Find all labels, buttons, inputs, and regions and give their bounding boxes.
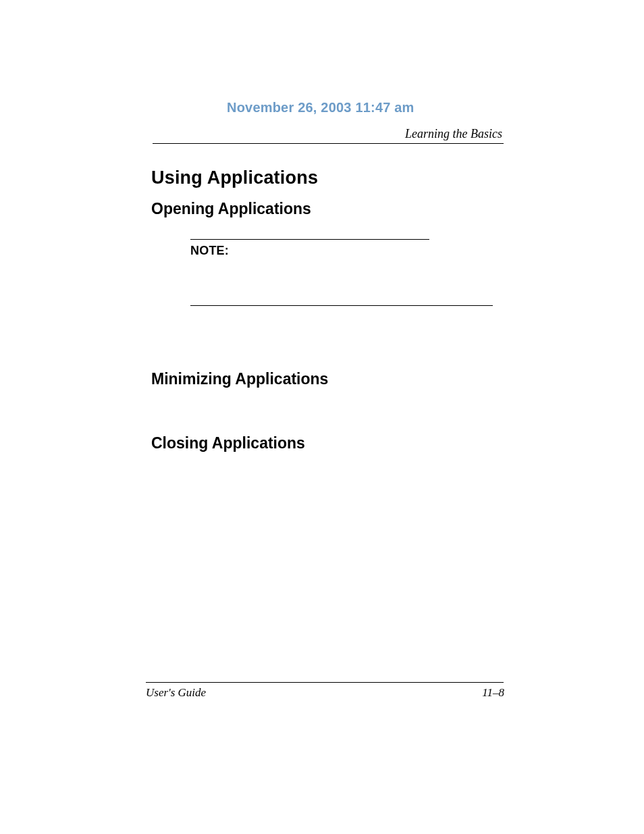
- subsection-heading-opening-applications: Opening Applications: [151, 200, 311, 218]
- footer-rule: [146, 682, 504, 683]
- subsection-heading-closing-applications: Closing Applications: [151, 434, 305, 452]
- subsection-heading-minimizing-applications: Minimizing Applications: [151, 370, 328, 388]
- note-top-rule: [190, 239, 429, 240]
- document-page: November 26, 2003 11:47 am Learning the …: [0, 0, 644, 834]
- page-timestamp: November 26, 2003 11:47 am: [227, 100, 414, 115]
- section-heading-using-applications: Using Applications: [151, 167, 318, 188]
- header-rule: [153, 143, 504, 144]
- note-bottom-rule: [190, 305, 493, 306]
- footer-document-title: User's Guide: [146, 686, 206, 700]
- chapter-title: Learning the Basics: [405, 127, 502, 141]
- note-callout: NOTE:: [190, 239, 493, 306]
- note-label: NOTE:: [190, 244, 493, 258]
- footer-page-number: 11–8: [482, 686, 504, 700]
